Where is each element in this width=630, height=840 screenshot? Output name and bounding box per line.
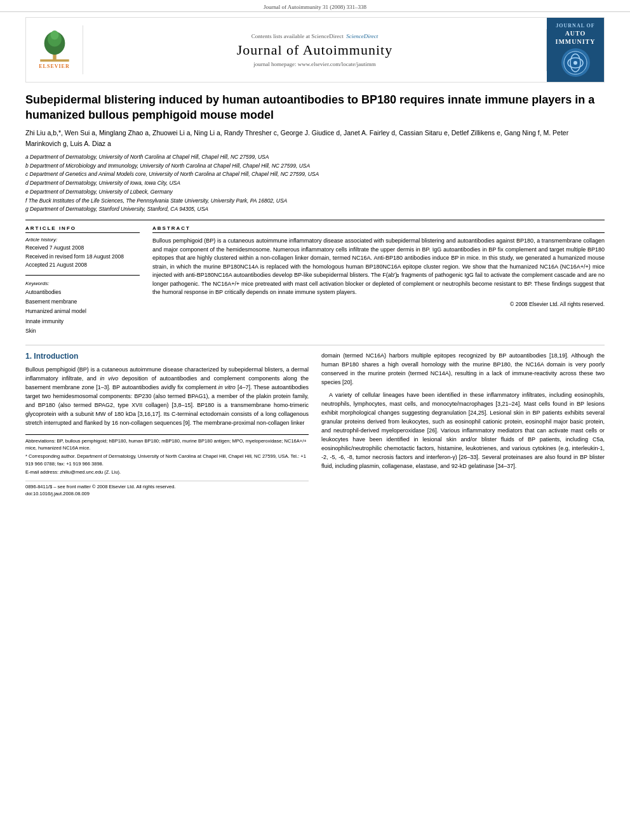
authors-text: Zhi Liu a,b,*, Wen Sui a, Minglang Zhao … <box>25 129 568 147</box>
affiliation-a: a Department of Dermatology, University … <box>25 153 605 161</box>
journal-info-text: Journal of Autoimmunity 31 (2008) 331–33… <box>264 4 366 10</box>
keyword-4: Skin <box>25 326 140 336</box>
affiliation-e: e Department of Dermatology, University … <box>25 188 605 196</box>
journal-title: Journal of Autoimmunity <box>90 42 540 58</box>
authors-line: Zhi Liu a,b,*, Wen Sui a, Minglang Zhao … <box>25 128 605 149</box>
intro-para-3: A variety of cellular lineages have been… <box>321 391 605 470</box>
body-left-col: 1. Introduction Bullous pemphigoid (BP) … <box>25 352 309 497</box>
keyword-0: Autoantibodies <box>25 288 140 297</box>
footnote-area: Abbreviations: BP, bullous pemphigoid; h… <box>25 434 309 476</box>
issn-text: 0896-8411/$ – see front matter © 2008 El… <box>25 484 176 490</box>
keyword-2: Humanized animal model <box>25 307 140 316</box>
abstract-text: Bullous pemphigoid (BP) is a cutaneous a… <box>152 237 605 297</box>
journal-logo-right: JOURNAL OF AUTO IMMUNITY <box>547 18 604 82</box>
received-date: Received 7 August 2008 <box>25 244 140 253</box>
elsevier-text: ELSEVIER <box>39 63 69 69</box>
article-title: Subepidermal blistering induced by human… <box>25 93 605 123</box>
abstract-copyright: © 2008 Elsevier Ltd. All rights reserved… <box>152 301 605 307</box>
footnote-abbreviations: Abbreviations: BP, bullous pemphigoid; h… <box>25 437 309 452</box>
logo-circular-graphic <box>563 50 588 76</box>
page-bottom: 0896-8411/$ – see front matter © 2008 El… <box>25 481 309 490</box>
info-abstract-section: ARTICLE INFO Article history: Received 7… <box>25 225 605 336</box>
body-section: 1. Introduction Bullous pemphigoid (BP) … <box>25 352 605 497</box>
page-wrapper: Journal of Autoimmunity 31 (2008) 331–33… <box>0 0 630 497</box>
received-revised-date: Received in revised form 18 August 2008 <box>25 253 140 262</box>
svg-rect-4 <box>40 60 69 62</box>
keywords-list: Autoantibodies Basement membrane Humaniz… <box>25 288 140 336</box>
main-content: Subepidermal blistering induced by human… <box>0 93 630 497</box>
article-info-label: ARTICLE INFO <box>25 225 140 233</box>
footnote-corresponding: * Corresponding author. Department of De… <box>25 453 309 467</box>
intro-text-left: Bullous pemphigoid (BP) is a cutaneous a… <box>25 366 309 428</box>
sciencedirect-line: Contents lists available at ScienceDirec… <box>90 33 540 39</box>
sciencedirect-link[interactable]: ScienceDirect <box>346 33 378 39</box>
elsevier-logo-box: ELSEVIER <box>26 25 83 74</box>
keyword-3: Innate immunity <box>25 317 140 326</box>
affiliation-g: g Department of Dermatology, Stanford Un… <box>25 205 605 213</box>
doi-text: doi:10.1016/j.jaut.2008.08.009 <box>25 491 90 497</box>
intro-para-1: Bullous pemphigoid (BP) is a cutaneous a… <box>25 366 309 428</box>
info-divider <box>25 275 140 276</box>
history-label: Article history: <box>25 237 140 243</box>
body-divider <box>25 345 605 345</box>
body-right-col: domain (termed NC16A) harbors multiple e… <box>321 352 605 497</box>
affiliations: a Department of Dermatology, University … <box>25 153 605 213</box>
dates-block: Received 7 August 2008 Received in revis… <box>25 244 140 270</box>
logo-circle-icon <box>561 48 590 77</box>
intro-para-2: domain (termed NC16A) harbors multiple e… <box>321 352 605 387</box>
abstract-label: ABSTRACT <box>152 225 605 233</box>
affiliation-b: b Department of Microbiology and Immunol… <box>25 162 605 170</box>
affiliation-c: c Department of Genetics and Animal Mode… <box>25 170 605 178</box>
abstract-col: ABSTRACT Bullous pemphigoid (BP) is a cu… <box>152 225 605 336</box>
doi-line: doi:10.1016/j.jaut.2008.08.009 <box>25 491 309 497</box>
intro-heading: 1. Introduction <box>25 352 309 361</box>
accepted-date: Accepted 21 August 2008 <box>25 261 140 270</box>
elsevier-tree-icon <box>39 30 70 62</box>
footnote-email: E-mail address: zhiliu@med.unc.edu (Z. L… <box>25 469 309 476</box>
journal-homepage: journal homepage: www.elsevier.com/locat… <box>90 61 540 67</box>
article-info-col: ARTICLE INFO Article history: Received 7… <box>25 225 140 336</box>
svg-point-8 <box>573 61 577 65</box>
journal-citation: Journal of Autoimmunity 31 (2008) 331–33… <box>0 0 630 12</box>
svg-point-3 <box>50 30 58 40</box>
contents-text: Contents lists available at ScienceDirec… <box>251 33 344 39</box>
journal-header: ELSEVIER Contents lists available at Sci… <box>25 17 605 83</box>
affiliation-d: d Department of Dermatology, University … <box>25 179 605 187</box>
autoimmunity-logo-text: JOURNAL OF AUTO IMMUNITY <box>556 23 596 46</box>
journal-center: Contents lists available at ScienceDirec… <box>83 29 547 71</box>
keywords-label: Keywords: <box>25 281 140 286</box>
keyword-1: Basement membrane <box>25 297 140 307</box>
header-divider <box>25 220 605 220</box>
affiliation-f: f The Buck Institutes of the Life Scienc… <box>25 197 605 205</box>
intro-text-right: domain (termed NC16A) harbors multiple e… <box>321 352 605 470</box>
